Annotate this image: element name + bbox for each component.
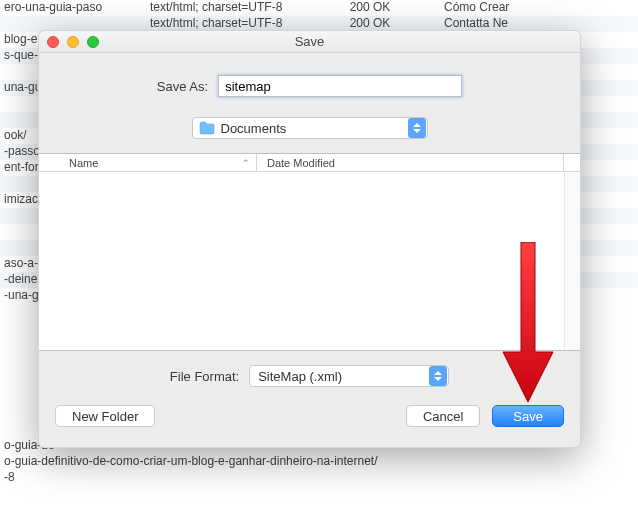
close-icon[interactable] [47, 36, 59, 48]
file-format-popup[interactable]: SiteMap (.xml) [249, 365, 449, 387]
scrollbar[interactable] [564, 172, 580, 350]
traffic-lights[interactable] [47, 36, 99, 48]
column-name[interactable]: Name ⌃ [39, 154, 257, 171]
updown-icon [408, 118, 426, 138]
list-body[interactable] [39, 172, 580, 350]
location-text: Documents [221, 121, 407, 136]
new-folder-button[interactable]: New Folder [55, 405, 155, 427]
bg-row: ero-una-guia-pasotext/html; charset=UTF-… [0, 0, 638, 16]
folder-icon [199, 121, 215, 135]
zoom-icon[interactable] [87, 36, 99, 48]
file-list: Name ⌃ Date Modified [39, 153, 580, 350]
minimize-icon[interactable] [67, 36, 79, 48]
location-popup[interactable]: Documents [192, 117, 428, 139]
dialog-title: Save [39, 34, 580, 49]
cancel-button[interactable]: Cancel [406, 405, 480, 427]
column-name-label: Name [69, 157, 98, 169]
sort-arrow-icon: ⌃ [242, 158, 250, 168]
list-header[interactable]: Name ⌃ Date Modified [39, 154, 580, 172]
column-scroll [564, 154, 580, 171]
bg-url: o-guia-definitivo-de-como-criar-um-blog-… [4, 454, 634, 470]
bg-url: -8 [4, 470, 634, 486]
location-row: Documents [39, 111, 580, 153]
file-format-label: File Format: [170, 369, 239, 384]
file-format-value: SiteMap (.xml) [250, 369, 428, 384]
column-date[interactable]: Date Modified [257, 154, 564, 171]
save-button[interactable]: Save [492, 405, 564, 427]
save-as-row: Save As: [39, 53, 580, 111]
updown-icon [429, 366, 447, 386]
file-format-row: File Format: SiteMap (.xml) [39, 350, 580, 401]
save-as-label: Save As: [157, 79, 208, 94]
buttons-row: New Folder Cancel Save [39, 401, 580, 441]
titlebar: Save [39, 31, 580, 53]
column-date-label: Date Modified [267, 157, 335, 169]
save-dialog: Save Save As: Documents Name ⌃ Date Modi… [38, 30, 581, 448]
save-as-input[interactable] [218, 75, 462, 97]
